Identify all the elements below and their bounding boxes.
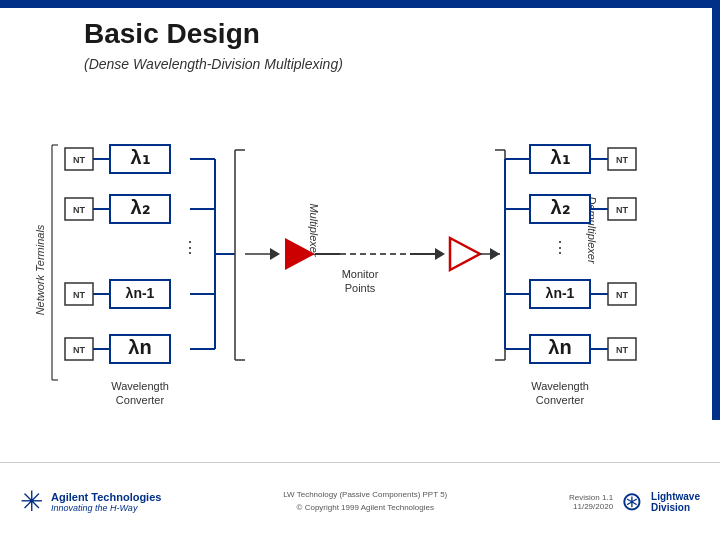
doc-line1: LW Technology (Passive Components) PPT 5…: [283, 489, 447, 502]
svg-text:Monitor: Monitor: [342, 268, 379, 280]
footer-right: Revision 1.1 11/29/2020 ⊛ Lightwave Divi…: [569, 486, 700, 517]
svg-text:λ₁: λ₁: [130, 146, 149, 168]
svg-text:λn-1: λn-1: [126, 285, 155, 301]
agilent-tagline: Innovating the H-Way: [51, 503, 161, 513]
svg-text:NT: NT: [73, 205, 85, 215]
svg-text:Converter: Converter: [116, 394, 165, 406]
svg-text:Converter: Converter: [536, 394, 585, 406]
svg-text:λ₂: λ₂: [130, 196, 149, 218]
right-bar: [712, 0, 720, 420]
svg-text:Wavelength: Wavelength: [111, 380, 169, 392]
doc-line2: © Copyright 1999 Agilent Technologies: [283, 502, 447, 515]
svg-text:NT: NT: [616, 345, 628, 355]
agilent-logo-icon: ✳: [20, 485, 43, 518]
page-subtitle: (Dense Wavelength-Division Multiplexing): [84, 56, 343, 72]
svg-text:Points: Points: [345, 282, 376, 294]
agilent-branding: Agilent Technologies Innovating the H-Wa…: [51, 491, 161, 513]
lightwave-branding: Lightwave Division: [651, 491, 700, 513]
lightwave-division: Division: [651, 502, 700, 513]
svg-text:⋮: ⋮: [552, 239, 568, 256]
lightwave-name: Lightwave: [651, 491, 700, 502]
svg-text:NT: NT: [616, 290, 628, 300]
svg-text:λn: λn: [548, 336, 571, 358]
svg-text:Wavelength: Wavelength: [531, 380, 589, 392]
diagram-svg: Network Terminals NT λ₁ NT λ₂ NT λn-1 NT…: [30, 90, 690, 450]
footer-left: ✳ Agilent Technologies Innovating the H-…: [20, 485, 161, 518]
svg-text:NT: NT: [73, 345, 85, 355]
svg-text:NT: NT: [616, 155, 628, 165]
svg-marker-42: [450, 238, 480, 270]
revision-label: Revision 1.1: [569, 493, 613, 502]
top-bar: [0, 0, 720, 8]
svg-marker-44: [490, 248, 500, 260]
svg-text:NT: NT: [73, 155, 85, 165]
footer-doc-info: LW Technology (Passive Components) PPT 5…: [283, 489, 447, 515]
svg-text:λn: λn: [128, 336, 151, 358]
svg-text:NT: NT: [73, 290, 85, 300]
svg-text:Multiplexer: Multiplexer: [308, 203, 320, 258]
svg-text:λ₂: λ₂: [550, 196, 569, 218]
svg-text:⋮: ⋮: [182, 239, 198, 256]
revision-info: Revision 1.1 11/29/2020: [569, 493, 613, 511]
svg-marker-36: [270, 248, 280, 260]
revision-date: 11/29/2020: [569, 502, 613, 511]
page-title: Basic Design: [84, 18, 260, 50]
svg-text:λ₁: λ₁: [550, 146, 569, 168]
footer: ✳ Agilent Technologies Innovating the H-…: [0, 462, 720, 540]
svg-text:Network Terminals: Network Terminals: [34, 224, 46, 315]
svg-marker-41: [435, 248, 445, 260]
svg-text:λn-1: λn-1: [546, 285, 575, 301]
agilent-name: Agilent Technologies: [51, 491, 161, 503]
lightwave-logo-icon: ⊛: [621, 486, 643, 517]
svg-text:NT: NT: [616, 205, 628, 215]
